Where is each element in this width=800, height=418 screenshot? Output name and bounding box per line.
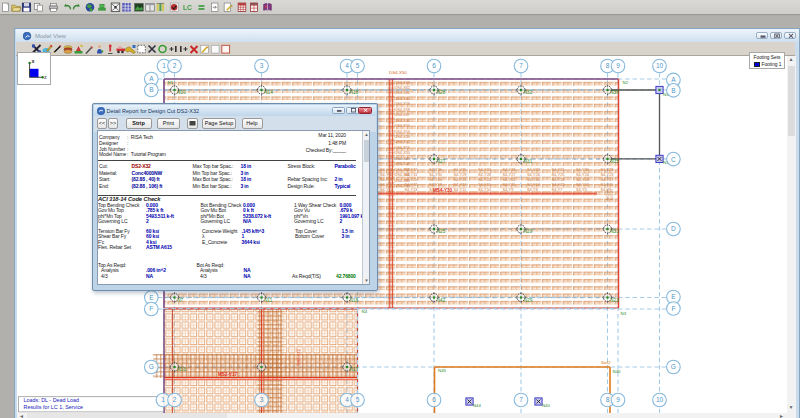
svg-text:N33: N33	[610, 229, 619, 234]
svg-text:MS2-Y17: MS2-Y17	[218, 372, 238, 377]
svg-text:F: F	[149, 305, 153, 312]
svg-text:S4-Y9: S4-Y9	[503, 187, 514, 192]
svg-text:DS4-X52: DS4-X52	[395, 140, 410, 144]
svg-text:DS4-X50: DS4-X50	[389, 70, 407, 75]
svg-text:3: 3	[260, 396, 264, 403]
svg-text:DS4-X60: DS4-X60	[395, 96, 410, 100]
svg-text:2: 2	[173, 62, 177, 69]
svg-text:5: 5	[356, 396, 360, 403]
svg-text:9: 9	[616, 62, 620, 69]
svg-text:DS4-X56: DS4-X56	[395, 118, 410, 122]
svg-text:N25: N25	[437, 229, 446, 234]
svg-text:N29: N29	[524, 297, 533, 302]
svg-text:2: 2	[173, 396, 177, 403]
svg-text:N40: N40	[542, 403, 550, 408]
svg-text:N18: N18	[350, 90, 359, 95]
svg-text:N32: N32	[524, 90, 533, 95]
svg-text:C: C	[671, 155, 676, 162]
svg-text:10: 10	[656, 62, 664, 69]
svg-text:Results for LC 1, Service: Results for LC 1, Service	[24, 403, 84, 409]
svg-text:4: 4	[345, 396, 349, 403]
svg-text:N13: N13	[177, 367, 186, 372]
svg-text:DS4-X54: DS4-X54	[395, 129, 410, 133]
svg-text:N28: N28	[437, 90, 446, 95]
svg-text:DS4-X63: DS4-X63	[395, 80, 410, 84]
svg-text:DS2-X32: DS2-X32	[296, 348, 301, 365]
svg-text:7: 7	[519, 396, 523, 403]
svg-text:9: 9	[616, 396, 620, 403]
svg-text:N1: N1	[168, 80, 174, 85]
svg-text:7: 7	[519, 62, 523, 69]
svg-text:N3: N3	[621, 311, 627, 316]
svg-text:3: 3	[260, 62, 264, 69]
svg-text:N23: N23	[610, 297, 619, 302]
svg-text:N45: N45	[438, 368, 447, 373]
svg-text:x: x	[32, 58, 36, 64]
svg-text:N27: N27	[437, 158, 446, 163]
svg-text:1: 1	[162, 62, 166, 69]
svg-text:DS4-X59: DS4-X59	[395, 102, 410, 106]
svg-text:DS4-X58: DS4-X58	[395, 107, 410, 111]
svg-text:N17: N17	[350, 367, 359, 372]
svg-text:8: 8	[606, 396, 610, 403]
svg-text:S4-Y8: S4-Y8	[527, 187, 538, 192]
svg-text:LC: LC	[183, 4, 192, 11]
svg-text:F: F	[671, 304, 675, 311]
svg-text:1: 1	[161, 396, 165, 403]
svg-text:N14: N14	[264, 90, 273, 95]
svg-text:N16: N16	[350, 297, 359, 302]
svg-text:A: A	[149, 75, 154, 82]
svg-text:N29: N29	[524, 229, 533, 234]
svg-text:N46: N46	[613, 369, 622, 374]
svg-text:DS4-X48: DS4-X48	[395, 162, 410, 166]
svg-text:6: 6	[432, 396, 436, 403]
svg-text:N42: N42	[437, 297, 446, 302]
svg-text:MS4-Y30: MS4-Y30	[433, 187, 453, 192]
svg-text:E: E	[149, 293, 154, 300]
svg-text:N11: N11	[264, 297, 273, 302]
svg-text:DS4-X49: DS4-X49	[395, 156, 410, 160]
svg-text:8: 8	[606, 62, 610, 69]
svg-text:N7: N7	[177, 297, 183, 302]
svg-text:DS4-X57: DS4-X57	[395, 113, 410, 117]
svg-text:6: 6	[432, 62, 436, 69]
svg-text:N10: N10	[177, 90, 186, 95]
svg-text:N35: N35	[610, 158, 619, 163]
svg-text:z: z	[44, 74, 47, 80]
svg-text:10: 10	[656, 396, 664, 403]
svg-text:S4-Y13: S4-Y13	[405, 187, 418, 192]
svg-text:DS4-X50: DS4-X50	[395, 151, 410, 155]
svg-text:N31: N31	[524, 158, 533, 163]
svg-text:N44: N44	[473, 403, 481, 408]
svg-text:4: 4	[345, 62, 349, 69]
svg-text:5: 5	[356, 62, 360, 69]
svg-text:S4-Y6: S4-Y6	[576, 187, 587, 192]
svg-text:A22-X7: A22-X7	[610, 188, 614, 200]
svg-text:B: B	[149, 86, 153, 93]
svg-text:DS4-X55: DS4-X55	[395, 124, 410, 128]
svg-text:DS4-X62: DS4-X62	[395, 85, 410, 89]
svg-text:D: D	[671, 225, 676, 232]
svg-text:Soil2: Soil2	[601, 360, 611, 365]
svg-text:DS4-X53: DS4-X53	[395, 135, 410, 139]
svg-text:B: B	[671, 86, 675, 93]
svg-text:S4-Y14: S4-Y14	[380, 187, 394, 192]
svg-text:S4-Y10: S4-Y10	[478, 187, 492, 192]
svg-text:S4-Y7: S4-Y7	[552, 187, 563, 192]
svg-text:N2: N2	[623, 79, 629, 84]
svg-text:N36: N36	[610, 90, 619, 95]
svg-text:A: A	[671, 76, 676, 83]
svg-text:DS4-X51: DS4-X51	[395, 145, 410, 149]
svg-text:N4: N4	[362, 309, 368, 314]
svg-text:G: G	[149, 363, 154, 370]
svg-text:S4-Y11: S4-Y11	[454, 187, 467, 192]
svg-text:DS4-X61: DS4-X61	[395, 91, 410, 95]
svg-text:E: E	[671, 293, 676, 300]
svg-text:Loads: DL - Dead Load: Loads: DL - Dead Load	[24, 397, 80, 403]
svg-text:G: G	[671, 363, 676, 370]
